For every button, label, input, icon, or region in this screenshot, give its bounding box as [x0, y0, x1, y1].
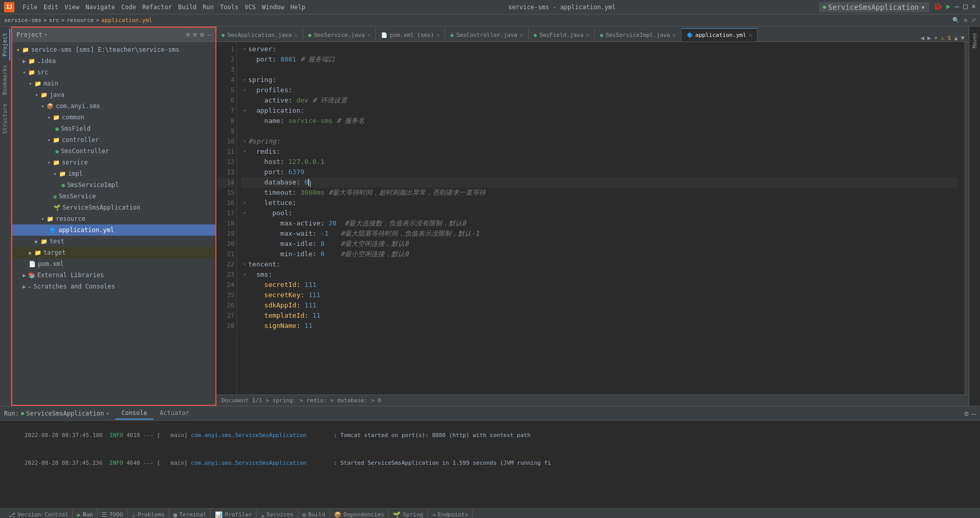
tree-main[interactable]: ▾ 📁 main — [12, 78, 215, 89]
code-line-22: ▾ tencent: — [241, 259, 957, 270]
status-spring-label: Spring — [403, 511, 423, 518]
maximize-button[interactable]: □ — [963, 2, 967, 12]
tab-pomxml[interactable]: 📄 pom.xml (sms) ✕ — [376, 28, 445, 42]
tree-controller[interactable]: ▾ 📁 controller — [12, 134, 215, 146]
menu-file[interactable]: File — [23, 4, 37, 11]
status-problems[interactable]: ⚠ Problems — [128, 509, 169, 518]
tree-resource[interactable]: ▾ 📁 resource — [12, 213, 215, 224]
menu-vcs[interactable]: VCS — [245, 4, 256, 11]
toolbar-gear-icon[interactable]: ⚙ — [964, 17, 967, 24]
status-version-control[interactable]: ⎇ Version Control — [4, 509, 73, 518]
status-terminal[interactable]: ▣ Terminal — [169, 509, 211, 518]
menu-refactor[interactable]: Refactor — [142, 4, 172, 11]
tree-smsservice[interactable]: ◉ SmsService — [12, 191, 215, 202]
tree-smsserviceimpl[interactable]: ● SmsServiceImpl — [12, 179, 215, 191]
right-tab-maven[interactable]: Maven — [971, 29, 978, 52]
menu-run[interactable]: Run — [203, 4, 214, 11]
tree-src[interactable]: ▾ 📁 src — [12, 67, 215, 78]
editor-tab-right-icon[interactable]: ▶ — [927, 34, 931, 42]
project-settings-icon[interactable]: ⚙ — [200, 31, 204, 38]
menu-view[interactable]: View — [65, 4, 79, 11]
tree-external-libs[interactable]: ▶ 📚 External Libraries — [12, 270, 215, 281]
editor-scrollbar[interactable] — [962, 42, 969, 395]
status-spring[interactable]: 🌱 Spring — [389, 509, 428, 518]
tree-idea[interactable]: ▶ 📁 .idea — [12, 55, 215, 67]
menu-help[interactable]: Help — [290, 4, 305, 11]
tab-close-smscontroller[interactable]: ✕ — [520, 32, 523, 38]
tree-impl[interactable]: ▾ 📁 impl — [12, 168, 215, 179]
fold-1[interactable]: ▾ — [241, 44, 248, 54]
warning-down-icon[interactable]: ▼ — [961, 34, 965, 42]
run-hide-icon[interactable]: — — [972, 409, 976, 418]
menu-window[interactable]: Window — [262, 4, 284, 11]
warning-up-icon[interactable]: ▲ — [954, 34, 958, 42]
sidebar-tab-bookmarks[interactable]: Bookmarks — [1, 60, 10, 99]
status-run[interactable]: ▶ Run — [73, 509, 97, 518]
tab-close-yaml[interactable]: ✕ — [749, 32, 752, 38]
smsfield-class-icon: ● — [55, 126, 59, 132]
endpoints-icon: → — [432, 511, 435, 519]
status-build[interactable]: ⚙ Build — [298, 509, 330, 518]
tab-smscontroller[interactable]: ● SmsController.java ✕ — [445, 28, 528, 42]
status-endpoints[interactable]: → Endpoints — [428, 509, 473, 518]
project-locate-icon[interactable]: ⊕ — [186, 31, 190, 38]
tree-scratches[interactable]: ▶ ✏ Scratches and Consoles — [12, 281, 215, 292]
toolbar-search-icon[interactable]: 🔍 — [952, 17, 959, 24]
run-config-selector[interactable]: ● ServiceSmsApplication ▾ — [819, 2, 929, 12]
project-hide-icon[interactable]: — — [207, 31, 211, 38]
tree-smsfield[interactable]: ● SmsField — [12, 123, 215, 134]
tab-close-pom[interactable]: ✕ — [436, 32, 439, 38]
tree-test[interactable]: ▶ 📁 test — [12, 236, 215, 247]
tree-serviceSmsApp[interactable]: 🌱 ServiceSmsApplication — [12, 202, 215, 213]
tree-service[interactable]: ▾ 📁 service — [12, 157, 215, 168]
run-close-icon[interactable]: ✕ — [106, 410, 109, 416]
menu-build[interactable]: Build — [178, 4, 196, 11]
tab-close-smsapp[interactable]: ✕ — [294, 32, 297, 38]
status-todo[interactable]: ☰ TODO — [97, 509, 128, 518]
tree-application-yml[interactable]: 🔷 application.yml — [12, 224, 215, 236]
tab-smsservice[interactable]: ● SmsService.java ✕ — [303, 28, 376, 42]
tree-pom[interactable]: 📄 pom.xml — [12, 258, 215, 270]
tree-root[interactable]: ▾ 📁 service-sms [sms] E:\teacher\service… — [12, 44, 215, 55]
sidebar-tab-structure[interactable]: Structure — [1, 99, 10, 138]
menu-tools[interactable]: Tools — [220, 4, 238, 11]
status-profiler[interactable]: 📊 Profiler — [211, 509, 256, 518]
smscontroller-label: SmsController — [61, 148, 109, 155]
serviceSmsApp-label: ServiceSmsApplication — [63, 204, 141, 211]
tab-close-smsfield[interactable]: ✕ — [586, 32, 589, 38]
tree-smscontroller[interactable]: ● SmsController — [12, 146, 215, 157]
close-button[interactable]: × — [972, 2, 976, 12]
menu-navigate[interactable]: Navigate — [86, 4, 115, 11]
run-tab-actuator[interactable]: Actuator — [153, 407, 195, 420]
code-line-3 — [241, 65, 957, 75]
tree-java[interactable]: ▾ 📁 java — [12, 89, 215, 100]
minimize-button[interactable]: – — [955, 2, 959, 12]
tab-smsserviceimpl[interactable]: ● SmsServiceImpl.java ✕ — [595, 28, 682, 42]
toolbar-expand-icon[interactable]: ⤢ — [971, 17, 976, 24]
editor-tab-menu-icon[interactable]: ▾ — [934, 34, 937, 42]
tab-applicationyml[interactable]: 🔷 application.yml ✕ — [682, 28, 757, 42]
project-collapse-icon[interactable]: ≡ — [193, 31, 197, 38]
menu-code[interactable]: Code — [122, 4, 136, 11]
breadcrumb-part-2[interactable]: resource — [67, 17, 94, 24]
code-area[interactable]: ▾ server: port: 8081 # 服务端口 ▾ spring: ▾ — [237, 42, 962, 395]
editor-tab-left-icon[interactable]: ◀ — [921, 34, 924, 42]
run-tab-console[interactable]: Console — [115, 407, 154, 420]
breadcrumb-part-1[interactable]: src — [49, 17, 59, 24]
tab-close-smsserviceimpl[interactable]: ✕ — [673, 32, 676, 38]
run-button[interactable]: ▶ — [946, 2, 950, 12]
tree-package[interactable]: ▾ 📦 com.anyi.sms — [12, 100, 215, 112]
tree-target[interactable]: ▶ 📁 target — [12, 247, 215, 258]
tree-common[interactable]: ▾ 📁 common — [12, 112, 215, 123]
tab-close-smsservice[interactable]: ✕ — [367, 32, 370, 38]
breadcrumb-part-3[interactable]: application.yml — [102, 17, 152, 24]
tab-smsfield[interactable]: ● SmsField.java ✕ — [529, 28, 595, 42]
menu-edit[interactable]: Edit — [44, 4, 58, 11]
tab-smsapplication[interactable]: ● SmsApplication.java ✕ — [216, 28, 303, 42]
breadcrumb-part-0[interactable]: service-sms — [4, 17, 42, 24]
status-dependencies[interactable]: 📦 Dependencies — [330, 509, 389, 518]
debug-button[interactable]: 🐞 — [933, 2, 942, 12]
sidebar-tab-project[interactable]: Project — [1, 29, 10, 60]
run-settings-icon[interactable]: ⚙ — [964, 409, 968, 418]
status-services[interactable]: ☁ Services — [256, 509, 298, 518]
